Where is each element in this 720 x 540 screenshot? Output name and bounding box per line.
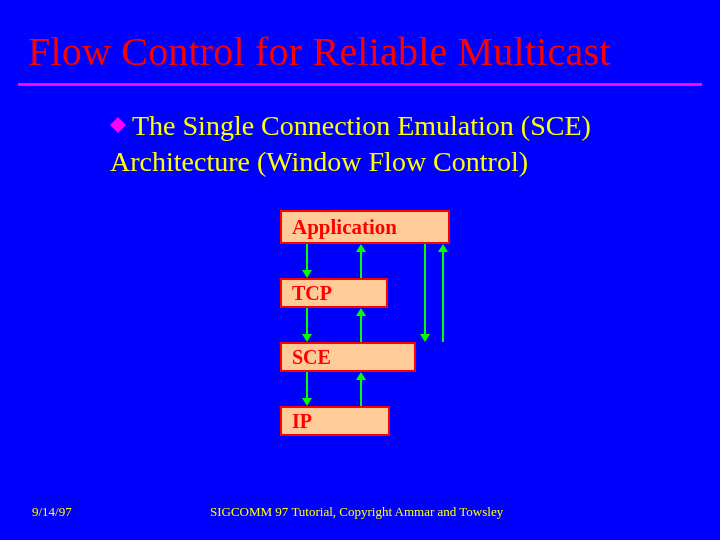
layer-diagram: Application TCP SCE IP (0, 210, 720, 470)
arrow-line (442, 252, 444, 342)
arrow-down-icon (302, 398, 312, 406)
bullet-text: The Single Connection Emulation (SCE) Ar… (110, 110, 591, 177)
arrow-line (360, 316, 362, 342)
layer-tcp: TCP (280, 278, 388, 308)
slide-title: Flow Control for Reliable Multicast (0, 0, 720, 83)
arrow-line (306, 308, 308, 334)
arrow-down-icon (420, 334, 430, 342)
layer-sce: SCE (280, 342, 416, 372)
footer-copyright: SIGCOMM 97 Tutorial, Copyright Ammar and… (210, 504, 503, 520)
title-underline (18, 83, 702, 86)
arrow-up-icon (356, 308, 366, 316)
slide: Flow Control for Reliable Multicast The … (0, 0, 720, 540)
arrow-line (360, 252, 362, 278)
layer-application: Application (280, 210, 450, 244)
diamond-bullet-icon (110, 108, 132, 144)
arrow-up-icon (356, 372, 366, 380)
arrow-line (424, 244, 426, 334)
arrow-up-icon (356, 244, 366, 252)
footer-date: 9/14/97 (32, 504, 72, 520)
arrow-up-icon (438, 244, 448, 252)
arrow-down-icon (302, 334, 312, 342)
layer-ip: IP (280, 406, 390, 436)
arrow-down-icon (302, 270, 312, 278)
bullet-item: The Single Connection Emulation (SCE) Ar… (110, 108, 660, 180)
arrow-line (306, 372, 308, 398)
arrow-line (306, 244, 308, 270)
svg-marker-0 (110, 117, 126, 133)
arrow-line (360, 380, 362, 406)
